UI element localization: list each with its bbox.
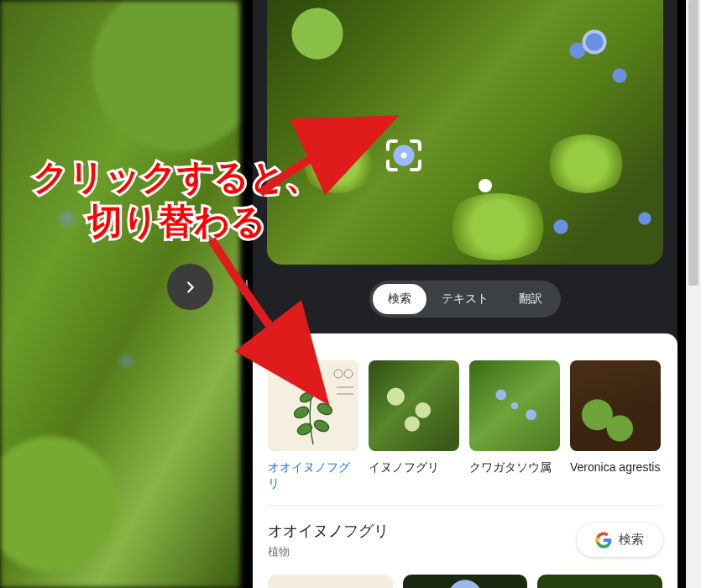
vegetation-patch [544, 134, 628, 193]
suggestion-label: Veronica agrestis [570, 459, 661, 475]
suggestion-card-kuwagatasou[interactable]: クワガタソウ属 [469, 360, 560, 491]
google-search-button-label: 検索 [619, 532, 644, 548]
svg-point-1 [296, 422, 313, 437]
google-logo-icon [595, 532, 612, 549]
google-search-button[interactable]: 検索 [577, 523, 662, 557]
suggestion-card-veronica-agrestis[interactable]: Veronica agrestis [570, 360, 661, 491]
svg-point-7 [306, 377, 316, 387]
focus-suggestion-dot[interactable] [479, 179, 492, 192]
visual-suggestions-row: オオイヌノフグリ イヌノフグリ クワガタソウ属 Veronica agresti… [253, 333, 677, 491]
focus-crop-box[interactable] [385, 138, 423, 173]
lens-panel: 検索 テキスト 翻訳 [253, 0, 677, 588]
suggestion-label: イヌノフグリ [369, 459, 459, 475]
scrollbar-thumb[interactable] [688, 0, 698, 286]
focused-flower [391, 143, 416, 168]
vertical-scrollbar[interactable] [686, 0, 701, 588]
mode-translate-chip[interactable]: 翻訳 [504, 284, 557, 314]
svg-point-4 [316, 402, 333, 417]
plant-name: オオイヌノフグリ [268, 521, 389, 541]
suggestion-card-ooinunofuguri[interactable]: オオイヌノフグリ [268, 360, 358, 491]
result-card[interactable] [537, 575, 662, 588]
lens-main-image[interactable] [267, 0, 663, 265]
svg-point-6 [312, 387, 328, 401]
chevron-right-icon [181, 278, 200, 297]
more-results-row [253, 559, 677, 588]
svg-point-2 [312, 418, 330, 433]
suggestion-thumb [369, 360, 459, 451]
svg-point-9 [344, 370, 353, 378]
suggestion-thumb [570, 360, 661, 451]
suggestion-label: クワガタソウ属 [469, 459, 560, 475]
suggestion-thumb [268, 360, 358, 451]
results-sheet: オオイヌノフグリ イヌノフグリ クワガタソウ属 Veronica agresti… [253, 333, 677, 588]
result-card[interactable] [403, 575, 528, 588]
svg-point-3 [292, 405, 310, 420]
suggestion-label: オオイヌノフグリ [268, 459, 358, 491]
lens-mode-chips: 検索 テキスト 翻訳 [253, 281, 677, 318]
next-image-button[interactable] [167, 264, 213, 310]
identified-plant-row: オオイヌノフグリ 植物 検索 [253, 506, 677, 559]
svg-point-8 [334, 370, 343, 378]
suggestion-thumb [469, 360, 560, 451]
vegetation-patch [443, 193, 552, 260]
panel-resize-handle[interactable] [242, 280, 248, 295]
chip-group: 検索 テキスト 翻訳 [369, 281, 561, 318]
svg-rect-0 [268, 360, 358, 451]
suggestion-card-inunofuguri[interactable]: イヌノフグリ [369, 360, 459, 491]
mode-search-chip[interactable]: 検索 [373, 284, 426, 314]
plant-info: オオイヌノフグリ 植物 [268, 521, 389, 559]
result-card[interactable] [268, 575, 393, 588]
vegetation-patch [301, 134, 376, 193]
mode-text-chip[interactable]: テキスト [426, 284, 504, 314]
plant-category: 植物 [268, 544, 389, 559]
svg-point-5 [299, 391, 315, 404]
